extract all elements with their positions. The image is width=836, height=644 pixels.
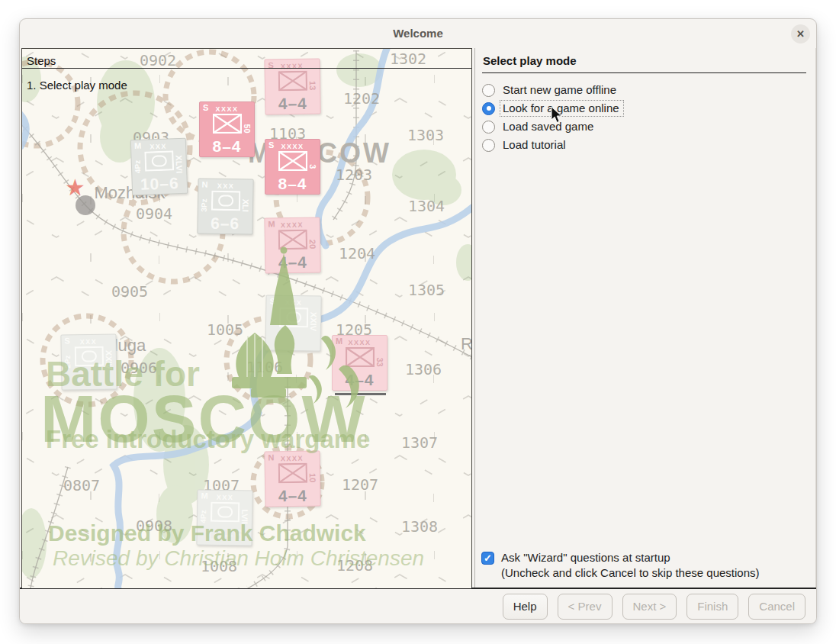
steps-rule — [22, 68, 471, 69]
hex-number: 1307 — [401, 433, 438, 452]
hex-number: 0902 — [140, 51, 176, 69]
unit-counter: SXXXX38–4 — [265, 139, 320, 195]
hex-number: 1203 — [336, 166, 372, 184]
hex-number: 1208 — [336, 556, 373, 575]
option-load-tutorial[interactable]: Load tutorial — [482, 136, 806, 154]
dialog-title: Welcome — [20, 19, 816, 48]
hex-number: 1302 — [390, 50, 426, 68]
hex-number: 1106 — [246, 358, 283, 376]
splash-title-text: Free introductory wargame — [46, 427, 370, 452]
radio-button[interactable] — [482, 102, 495, 115]
option-load-saved-game[interactable]: Load saved game — [482, 118, 806, 136]
hex-number: 1103 — [269, 124, 306, 143]
map-terrain — [22, 49, 471, 588]
hex-number: 1304 — [408, 197, 445, 215]
cancel-button[interactable]: Cancel — [748, 594, 805, 620]
soviet-star-icon: ★ — [65, 176, 85, 199]
hex-number: 1305 — [408, 281, 445, 299]
hex-number: 0905 — [111, 282, 148, 301]
steps-heading: Steps — [27, 54, 56, 67]
hex-number: 0903 — [133, 128, 169, 147]
dialog-content: 0902130212021103130309031203130409041204… — [20, 48, 816, 589]
steps-current-step: 1. Select play mode — [27, 79, 127, 92]
city-dot — [76, 195, 95, 215]
help-button[interactable]: Help — [503, 594, 548, 620]
map-labels: 0902130212021103130309031203130409041204… — [22, 49, 471, 588]
hex-number: 0906 — [121, 359, 157, 377]
hex-number: 1207 — [342, 475, 378, 494]
unit-counter: SXXXX134–4 — [264, 58, 320, 114]
dialog-titlebar: Welcome ✕ — [20, 19, 816, 48]
unit-counter: SXXX2PzXXIV — [60, 333, 117, 390]
play-mode-options: Start new game offline Look for a game o… — [482, 81, 806, 154]
hex-number: 1205 — [336, 320, 372, 339]
prev-button[interactable]: < Prev — [558, 594, 613, 620]
city-label: Mozhaisk — [95, 183, 166, 203]
hex-number: 1306 — [405, 360, 442, 378]
close-icon[interactable]: ✕ — [791, 24, 810, 43]
play-mode-panel: Select play mode Start new game offline … — [474, 48, 816, 589]
next-button[interactable]: Next > — [622, 594, 677, 620]
city-label: Ryaz — [461, 334, 472, 354]
finish-button[interactable]: Finish — [686, 594, 738, 620]
kremlin-art — [22, 49, 471, 588]
unit-counter: MXXXX204–4 — [264, 217, 320, 273]
unit-counter: NXXX3PzXLI6–6 — [197, 178, 253, 234]
unit-counter: MXXX4PzLVII10–6 — [196, 489, 252, 546]
desktop: { "window": { "title": "Welcome", "close… — [0, 0, 836, 644]
splash-title-text: MOSCOW — [40, 385, 367, 452]
hex-number: 1005 — [207, 320, 243, 339]
unit-counter: SXXXXXIV — [265, 295, 321, 351]
map-preview-panel: 0902130212021103130309031203130409041204… — [21, 48, 472, 589]
hex-number: 0807 — [63, 476, 100, 494]
city-label: MOSCOW — [248, 137, 391, 169]
hex-number: 1007 — [203, 476, 240, 494]
unit-counter: MXXX4PzXLVI10–6 — [130, 138, 188, 196]
wizard-startup-checkbox-label: Ask "Wizard" questions at startup (Unche… — [501, 550, 760, 581]
wizard-button-bar: Help < Prev Next > Finish Cancel — [20, 588, 816, 623]
hex-number: 1303 — [407, 126, 444, 144]
map-splash-titles: Battle forMOSCOWFree introductory wargam… — [22, 49, 471, 588]
radio-button[interactable] — [482, 139, 495, 152]
unit-counter: MXXXX334–4 — [332, 335, 387, 391]
hex-number: 0904 — [136, 204, 172, 223]
city-label: Kaluga — [94, 336, 146, 356]
radio-button[interactable] — [482, 84, 495, 97]
unit-counter: NXXXX104–4 — [264, 450, 320, 507]
hex-number: 1204 — [339, 244, 375, 262]
map-counters: SXXXX134–4SXXXX508–4MXXX4PzXLVI10–6SXXXX… — [22, 49, 471, 588]
splash-title-text: Designed by Frank Chadwick — [48, 522, 366, 545]
option-look-for-game-online[interactable]: Look for a game online — [482, 99, 806, 118]
unit-counter: SXXXX508–4 — [199, 101, 255, 157]
wizard-startup-checkbox[interactable]: ✓ — [481, 552, 494, 565]
option-start-new-game-offline[interactable]: Start new game offline — [482, 81, 806, 99]
splash-title-text: Revised by Christian Holm Christensen — [53, 548, 424, 569]
splash-title-text: Battle for — [46, 356, 200, 391]
hex-number: 0908 — [136, 517, 172, 535]
hex-number: 1308 — [401, 517, 438, 536]
welcome-wizard-dialog: Welcome ✕ — [19, 18, 817, 624]
hex-number: 1008 — [201, 557, 237, 575]
hex-number: 1202 — [343, 89, 380, 108]
wizard-startup-checkbox-row[interactable]: ✓ Ask "Wizard" questions at startup (Unc… — [481, 550, 760, 581]
radio-button[interactable] — [482, 121, 495, 134]
panel-heading: Select play mode — [482, 53, 806, 73]
